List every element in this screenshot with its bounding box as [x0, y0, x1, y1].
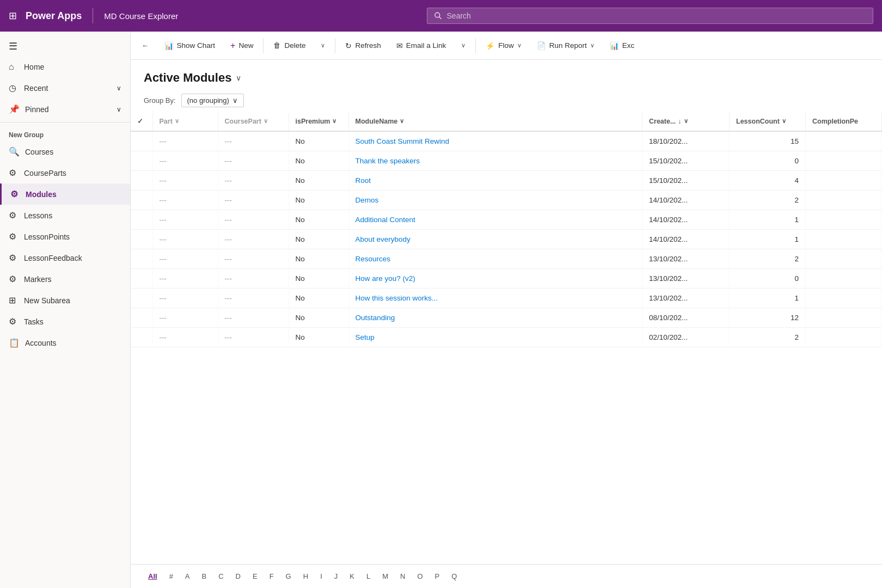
row-coursepart: --- — [218, 328, 289, 347]
table-row[interactable]: --- --- No About everybody 14/10/202... … — [131, 230, 882, 249]
group-by-select[interactable]: (no grouping) ∨ — [181, 94, 244, 107]
excel-button[interactable]: 📊 Exc — [603, 38, 641, 53]
pagination-letter-k[interactable]: K — [345, 570, 359, 583]
sidebar-item-tasks[interactable]: ⚙ Tasks — [0, 311, 130, 332]
email-chevron-button[interactable]: ∨ — [455, 39, 472, 52]
pagination-letter-e[interactable]: E — [248, 570, 262, 583]
col-coursepart-header[interactable]: CoursePart ∨ — [218, 112, 289, 131]
col-modulename-header[interactable]: ModuleName ∨ — [348, 112, 642, 131]
col-ispremium-header[interactable]: isPremium ∨ — [289, 112, 348, 131]
table-row[interactable]: --- --- No How this session works... 13/… — [131, 289, 882, 308]
pagination-letter-l[interactable]: L — [362, 570, 375, 583]
show-chart-button[interactable]: 📊 Show Chart — [158, 38, 222, 53]
row-part: --- — [152, 308, 218, 328]
new-button[interactable]: + New — [224, 38, 260, 54]
pagination-letter-j[interactable]: J — [330, 570, 342, 583]
sidebar-item-pinned[interactable]: 📌 Pinned ∨ — [0, 99, 130, 120]
row-modulename[interactable]: Additional Content — [348, 210, 642, 230]
pagination-letter-m[interactable]: M — [378, 570, 393, 583]
search-input[interactable] — [447, 11, 866, 20]
row-created: 15/10/202... — [642, 151, 730, 171]
sidebar-lessonpoints-label: LessonPoints — [24, 232, 70, 241]
row-modulename[interactable]: Setup — [348, 328, 642, 347]
grid-icon[interactable]: ⊞ — [9, 10, 17, 22]
pagination-letter-f[interactable]: F — [265, 570, 278, 583]
table-row[interactable]: --- --- No Thank the speakers 15/10/202.… — [131, 151, 882, 171]
table-row[interactable]: --- --- No South Coast Summit Rewind 18/… — [131, 131, 882, 151]
col-part-header[interactable]: Part ∨ — [152, 112, 218, 131]
search-bar[interactable] — [427, 8, 873, 24]
sidebar-item-courseparts[interactable]: ⚙ CourseParts — [0, 162, 130, 183]
row-modulename[interactable]: Outstanding — [348, 308, 642, 328]
pagination-letter-g[interactable]: G — [281, 570, 296, 583]
hamburger-icon[interactable]: ☰ — [7, 39, 20, 54]
pagination-letter-h[interactable]: H — [299, 570, 313, 583]
table-row[interactable]: --- --- No Additional Content 14/10/202.… — [131, 210, 882, 230]
row-created: 14/10/202... — [642, 230, 730, 249]
row-modulename[interactable]: Resources — [348, 249, 642, 269]
main-content: ← 📊 Show Chart + New 🗑 Delete ∨ ↻ Refres… — [131, 32, 882, 588]
pagination-letter-b[interactable]: B — [198, 570, 211, 583]
lessonpoints-icon: ⚙ — [9, 231, 19, 242]
row-modulename[interactable]: About everybody — [348, 230, 642, 249]
row-modulename[interactable]: Root — [348, 171, 642, 191]
pagination-letter-p[interactable]: P — [431, 570, 444, 583]
row-part: --- — [152, 171, 218, 191]
sidebar-tasks-label: Tasks — [24, 317, 44, 326]
sidebar-item-lessons[interactable]: ⚙ Lessons — [0, 205, 130, 226]
pagination-letter-all[interactable]: All — [144, 570, 162, 583]
sidebar-item-lessonpoints[interactable]: ⚙ LessonPoints — [0, 226, 130, 247]
email-link-button[interactable]: ✉ Email a Link — [390, 38, 453, 53]
row-modulename[interactable]: How this session works... — [348, 289, 642, 308]
col-check[interactable]: ✓ — [131, 112, 152, 131]
run-report-button[interactable]: 📄 Run Report ∨ — [530, 38, 601, 53]
sidebar-item-home[interactable]: ⌂ Home — [0, 57, 130, 77]
sidebar-item-lessonfeedback[interactable]: ⚙ LessonFeedback — [0, 247, 130, 268]
flow-label: Flow — [498, 41, 514, 50]
row-created: 13/10/202... — [642, 269, 730, 289]
sidebar-courses-label: Courses — [25, 148, 53, 156]
col-created-header[interactable]: Create... ↓ ∨ — [642, 112, 730, 131]
pagination-letter-d[interactable]: D — [231, 570, 245, 583]
table-row[interactable]: --- --- No Setup 02/10/202... 2 — [131, 328, 882, 347]
row-modulename[interactable]: Demos — [348, 191, 642, 210]
sidebar-item-accounts[interactable]: 📋 Accounts — [0, 332, 130, 353]
pagination-letter-n[interactable]: N — [396, 570, 409, 583]
delete-button[interactable]: 🗑 Delete — [267, 38, 312, 53]
row-created: 18/10/202... — [642, 131, 730, 151]
sidebar-item-modules[interactable]: ⚙ Modules — [0, 183, 130, 205]
pinned-chevron: ∨ — [117, 106, 121, 113]
row-coursepart: --- — [218, 230, 289, 249]
row-check — [131, 308, 152, 328]
pagination-letter-a[interactable]: A — [181, 570, 194, 583]
row-modulename[interactable]: How are you? (v2) — [348, 269, 642, 289]
row-modulename[interactable]: Thank the speakers — [348, 151, 642, 171]
back-button[interactable]: ← — [135, 38, 156, 53]
sidebar-item-recent[interactable]: ◷ Recent ∨ — [0, 77, 130, 99]
sidebar-item-courses[interactable]: 🔍 Courses — [0, 141, 130, 162]
pagination-letter-i[interactable]: I — [316, 570, 327, 583]
table-row[interactable]: --- --- No How are you? (v2) 13/10/202..… — [131, 269, 882, 289]
sidebar-item-newsubarea[interactable]: ⊞ New Subarea — [0, 290, 130, 311]
pagination-letter-q[interactable]: Q — [447, 570, 461, 583]
row-modulename[interactable]: South Coast Summit Rewind — [348, 131, 642, 151]
recent-chevron: ∨ — [117, 84, 121, 92]
pagination-letter-c[interactable]: C — [214, 570, 228, 583]
col-lessoncount-header[interactable]: LessonCount ∨ — [730, 112, 806, 131]
sidebar-item-markers[interactable]: ⚙ Markers — [0, 268, 130, 290]
pagination-bar: All#ABCDEFGHIJKLMNOPQ — [131, 564, 882, 588]
table-row[interactable]: --- --- No Demos 14/10/202... 2 — [131, 191, 882, 210]
refresh-button[interactable]: ↻ Refresh — [339, 38, 387, 53]
table-row[interactable]: --- --- No Outstanding 08/10/202... 12 — [131, 308, 882, 328]
flow-button[interactable]: ⚡ Flow ∨ — [479, 38, 528, 53]
table-row[interactable]: --- --- No Root 15/10/202... 4 — [131, 171, 882, 191]
col-completionpe-header[interactable]: CompletionPe — [806, 112, 882, 131]
row-ispremium: No — [289, 131, 348, 151]
table-row[interactable]: --- --- No Resources 13/10/202... 2 — [131, 249, 882, 269]
delete-chevron-button[interactable]: ∨ — [314, 39, 332, 52]
page-title-chevron[interactable]: ∨ — [236, 74, 241, 82]
new-label: New — [238, 41, 253, 50]
row-check — [131, 210, 152, 230]
pagination-letter-#[interactable]: # — [165, 570, 177, 583]
pagination-letter-o[interactable]: O — [413, 570, 427, 583]
